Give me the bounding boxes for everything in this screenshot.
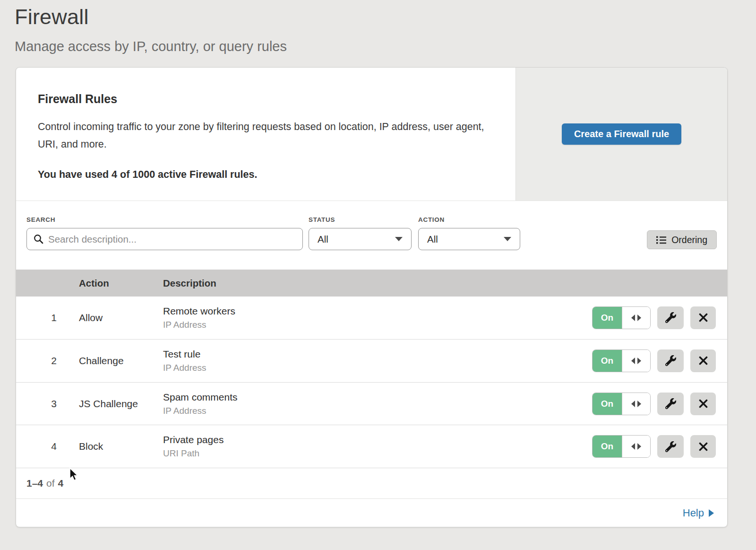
rule-match-type: IP Address [163,320,592,330]
rule-description: Private pages URI Path [163,434,592,459]
rule-controls: On [592,393,716,415]
toggle-handle[interactable] [622,307,650,329]
create-rule-panel: Create a Firewall rule [515,68,727,201]
delete-rule-button[interactable] [690,393,716,415]
rule-action: Block [79,441,163,452]
filters-section: SEARCH STATUS All ACTION All [16,201,727,270]
ordered-list-icon [656,236,666,244]
status-label: STATUS [309,216,335,223]
rule-description-title: Remote workers [163,306,592,317]
rule-description: Test rule IP Address [163,349,592,373]
arrow-right-icon [637,358,641,364]
create-firewall-rule-button[interactable]: Create a Firewall rule [562,123,681,145]
card-footer: Help [16,499,727,527]
search-icon [34,234,43,244]
rule-controls: On [592,349,716,372]
pagination-range: 1–4 [26,478,43,489]
status-select-value: All [318,234,328,245]
toggle-on-label: On [593,307,622,329]
arrow-left-icon [631,443,635,450]
page-subtitle: Manage access by IP, country, or query r… [15,39,756,54]
action-label: ACTION [418,216,445,223]
pagination-total: 4 [58,478,64,489]
delete-rule-button[interactable] [690,306,716,329]
arrow-right-icon [637,401,641,407]
table-row: 2 Challenge Test rule IP Address On [16,340,727,383]
rule-description-title: Test rule [163,349,592,360]
page-title: Firewall [15,5,756,29]
rule-priority: 3 [41,398,67,410]
firewall-rules-card: Firewall Rules Control incoming traffic … [16,67,728,527]
edit-rule-button[interactable] [657,393,684,415]
close-icon [699,399,708,408]
toggle-on-label: On [593,393,622,415]
toggle-on-label: On [593,436,622,457]
chevron-down-icon [395,237,403,241]
rule-enabled-toggle[interactable]: On [592,393,651,415]
rule-priority: 2 [41,355,67,367]
rule-priority: 1 [41,312,67,323]
delete-rule-button[interactable] [690,349,716,372]
rule-enabled-toggle[interactable]: On [592,306,651,329]
search-label: SEARCH [26,216,55,223]
rule-controls: On [592,435,716,458]
edit-rule-button[interactable] [657,349,684,372]
toggle-handle[interactable] [622,350,650,372]
arrow-left-icon [631,401,635,407]
wrench-icon [665,355,676,366]
help-link[interactable]: Help [683,507,714,519]
help-arrow-icon [709,509,714,517]
rule-description: Spam comments IP Address [163,392,592,416]
arrow-left-icon [631,314,635,321]
column-header-action: Action [79,278,163,289]
action-select[interactable]: All [418,228,520,250]
chevron-down-icon [504,237,511,241]
action-select-value: All [427,234,438,245]
pagination: 1–4 of 4 [16,468,727,499]
rule-description-title: Spam comments [163,392,592,403]
rule-match-type: IP Address [163,363,592,373]
rule-action: Allow [79,312,163,323]
rule-action: JS Challenge [79,398,163,410]
rule-description-title: Private pages [163,434,592,445]
rule-match-type: URI Path [163,448,592,459]
table-row: 3 JS Challenge Spam comments IP Address … [16,383,727,426]
rule-enabled-toggle[interactable]: On [592,435,651,458]
rule-controls: On [592,306,716,329]
section-description: Control incoming traffic to your zone by… [38,118,484,153]
rule-enabled-toggle[interactable]: On [592,349,651,372]
close-icon [699,442,708,451]
wrench-icon [665,441,676,452]
close-icon [699,313,708,322]
rule-action: Challenge [79,355,163,367]
intro-text-block: Firewall Rules Control incoming traffic … [16,68,515,201]
toggle-handle[interactable] [622,393,650,415]
table-header: Action Description [16,270,727,297]
table-row: 4 Block Private pages URI Path On [16,425,727,468]
status-select[interactable]: All [309,228,412,250]
arrow-right-icon [637,314,641,321]
section-heading: Firewall Rules [38,92,487,106]
arrow-left-icon [631,358,635,364]
search-input[interactable] [48,234,296,245]
table-row: 1 Allow Remote workers IP Address On [16,297,727,340]
toggle-on-label: On [593,350,622,372]
intro-section: Firewall Rules Control incoming traffic … [16,68,727,201]
page-header: Firewall Manage access by IP, country, o… [0,0,756,54]
search-box[interactable] [26,228,303,250]
rule-priority: 4 [41,441,67,452]
help-link-label: Help [683,507,704,519]
ordering-button-label: Ordering [671,235,707,245]
column-header-description: Description [163,278,216,289]
delete-rule-button[interactable] [690,435,716,458]
toggle-handle[interactable] [622,436,650,457]
rule-description: Remote workers IP Address [163,306,592,330]
rule-match-type: IP Address [163,406,592,416]
pagination-of: of [46,478,55,489]
wrench-icon [665,398,676,409]
usage-summary: You have used 4 of 1000 active Firewall … [38,169,487,181]
arrow-right-icon [637,443,641,450]
ordering-button[interactable]: Ordering [647,230,717,249]
edit-rule-button[interactable] [657,435,684,458]
edit-rule-button[interactable] [657,306,684,329]
